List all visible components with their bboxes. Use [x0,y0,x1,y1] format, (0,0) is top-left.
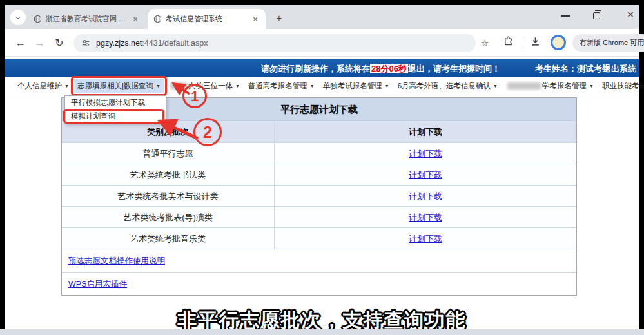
site-settings-icon [81,39,90,48]
menu-gaokao-signup[interactable]: 普通高考报名管理 ▼ [245,79,318,93]
session-notice-bar: 请勿进行刷新操作，系统将在28分06秒退出，请考生把握时间！ 考生姓名：测试考生… [5,59,639,77]
volunteer-dropdown-menu: 平行模拟志愿计划下载 模拟计划查询 [64,95,166,124]
menu-label: 6月高考外语、选考信息确认 [398,81,491,91]
new-tab-button[interactable]: + [272,11,286,25]
plan-download-link[interactable]: 计划下载 [409,149,442,158]
menu-xuekao-signup[interactable]: 学考报名管理 ▼ [503,79,597,93]
table-row: 普通平行志愿 计划下载 [62,142,576,164]
chevron-down-icon: ⌄ [15,12,22,21]
bottom-strip [0,329,644,335]
chevron-down-icon: ▼ [310,84,315,88]
doc-instructions-row: 预选志愿文档操作使用说明 [62,249,576,272]
table-row: 艺术类统考批书法类 计划下载 [62,164,576,185]
globe-icon [34,15,42,23]
category-cell: 普通平行志愿 [62,143,275,164]
restore-button[interactable] [593,12,600,19]
menu-label: 学考报名管理 [542,81,587,91]
table-row: 艺术类统考批表(导)演类 计划下载 [62,206,576,227]
wps-plugin-row: WPS启用宏插件 [62,272,576,295]
url-path: :4431/default.aspx [142,39,208,48]
toolbar-divider [525,37,525,49]
menu-vocational-skill[interactable]: 职业技能考试报名管理 ▼ [599,79,644,93]
back-button[interactable]: ← [13,35,28,51]
logout-button[interactable]: 退出系统 [603,63,636,75]
category-cell: 艺术类统考批美术与设计类 [62,186,275,206]
globe-icon [153,15,162,23]
plan-download-link[interactable]: 计划下载 [409,191,442,201]
browser-menu-icon[interactable]: ⋮ [627,35,636,50]
close-icon[interactable]: × [250,14,260,24]
category-cell: 艺术类统考批表(导)演类 [62,207,275,227]
column-header-download: 计划下载 [275,121,576,142]
window-close-button[interactable]: × [623,8,638,21]
reload-button[interactable]: ↻ [52,35,67,51]
category-cell: 艺术类统考批音乐类 [62,228,275,249]
chevron-down-icon: ▼ [385,84,389,88]
video-letterbox: ⌄ 浙江省教育考试院官网 考生办 × 考试信息管理系统 × + × ← → ↻ [0,0,644,335]
chevron-down-icon: ▼ [493,84,498,88]
plan-download-link[interactable]: 计划下载 [409,213,442,222]
countdown-timer: 28分06秒 [370,64,408,73]
tab-exam-info-system[interactable]: 考试信息管理系统 × [148,9,266,29]
tab-zjzs-official[interactable]: 浙江省教育考试院官网 考生办 × [28,9,146,29]
menu-separate-exam[interactable]: 单独考试报名管理 ▼ [320,79,393,93]
close-icon[interactable]: × [130,14,141,24]
table-row: 艺术类统考批音乐类 计划下载 [62,227,576,249]
url-text: pgzy.zjzs.net:4431/default.aspx [96,39,208,48]
warning-text-post: 退出，请考生把握时间！ [408,64,500,73]
menu-volunteer-query[interactable]: 志愿填报相关|数据查询 ▼ [74,79,164,93]
warning-text-pre: 请勿进行刷新操作，系统将在 [261,64,370,73]
menu-label: 志愿填报相关|数据查询 [77,81,153,91]
doc-instructions-link[interactable]: 预选志愿文档操作使用说明 [68,256,165,265]
profile-avatar[interactable] [551,35,566,50]
dropdown-label: 模拟计划查询 [71,112,115,120]
table-header: 类别及批次 计划下载 [62,120,576,142]
extensions-icon[interactable] [503,36,517,50]
menu-label: 个人信息维护 [17,81,62,91]
menu-label: 普通高考报名管理 [248,81,307,91]
annotation-step-1: 1 [182,84,207,108]
table-row: 艺术类统考批美术与设计类 计划下载 [62,185,576,206]
menu-june-foreign[interactable]: 6月高考外语、选考信息确认 ▼ [395,79,501,93]
tab-title: 考试信息管理系统 [166,14,246,24]
menu-label: 职业技能考试报名管理 [602,81,644,91]
menu-label: 单独考试报名管理 [323,81,382,91]
chevron-down-icon: ▼ [64,84,69,88]
candidate-name: 考生姓名：测试考生 [535,63,610,75]
session-warning: 请勿进行刷新操作，系统将在28分06秒退出，请考生把握时间！ [261,63,500,75]
wps-plugin-link[interactable]: WPS启用宏插件 [68,280,127,289]
tab-title: 浙江省教育考试院官网 考生办 [46,14,126,24]
redacted-text [507,82,541,90]
download-icon[interactable] [530,36,544,50]
plan-download-link[interactable]: 计划下载 [409,234,442,244]
plan-download-link[interactable]: 计划下载 [409,170,442,180]
plan-download-panel: 平行志愿计划下载 类别及批次 计划下载 普通平行志愿 计划下载 艺术类统考批书法… [61,97,577,296]
column-header-category: 类别及批次 [62,121,275,142]
dropdown-item-mock-plan-query[interactable]: 模拟计划查询 [65,110,166,123]
chevron-down-icon: ▼ [156,84,161,88]
chevron-down-icon: ▼ [589,84,594,88]
category-cell: 艺术类统考批书法类 [62,164,275,185]
address-bar[interactable]: pgzy.zjzs.net:4431/default.aspx [73,34,476,52]
tab-divider [146,13,146,24]
tab-search-button[interactable]: ⌄ [10,10,26,25]
menu-personal-info[interactable]: 个人信息维护 ▼ [14,79,72,93]
dropdown-item-parallel-plan-download[interactable]: 平行模拟志愿计划下载 [65,96,166,110]
web-page: 请勿进行刷新操作，系统将在28分06秒退出，请考生把握时间！ 考生姓名：测试考生… [5,57,639,335]
chevron-down-icon: ▼ [235,84,240,88]
bookmark-star-icon[interactable]: ☆ [478,36,492,50]
minimize-button[interactable] [561,15,570,17]
forward-button[interactable]: → [32,35,48,51]
annotation-step-2: 2 [193,118,222,146]
tab-strip: ⌄ 浙江省教育考试院官网 考生办 × 考试信息管理系统 × + × [5,5,639,29]
browser-window: ⌄ 浙江省教育考试院官网 考生办 × 考试信息管理系统 × + × ← → ↻ [5,5,639,335]
browser-toolbar: ← → ↻ pgzy.zjzs.net:4431/default.aspx ☆ … [5,29,639,57]
main-menu-bar: 个人信息维护 ▼ 志愿填报相关|数据查询 ▼ 大学三位一体 ▼ 普通高考报名管理… [5,77,639,95]
url-host: pgzy.zjzs.net [96,39,142,48]
